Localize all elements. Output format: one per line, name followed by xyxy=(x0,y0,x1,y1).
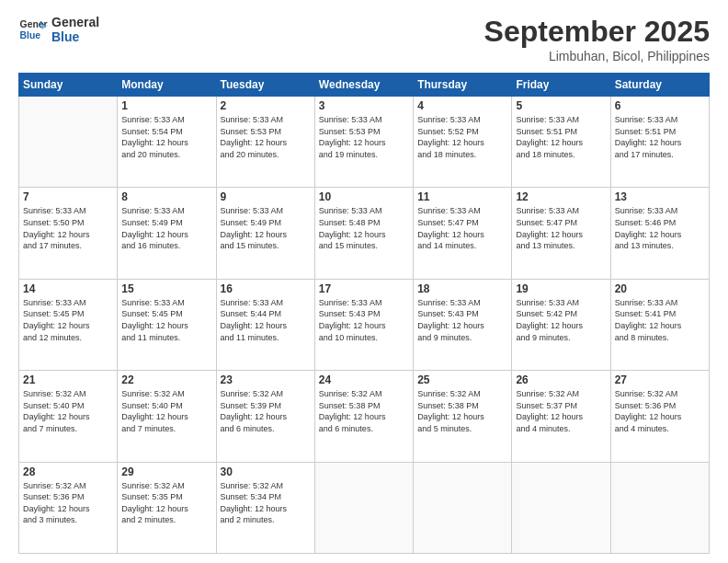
day-info: Sunrise: 5:33 AM Sunset: 5:43 PM Dayligh… xyxy=(319,297,409,343)
day-cell: 8Sunrise: 5:33 AM Sunset: 5:49 PM Daylig… xyxy=(118,188,216,279)
month-title: September 2025 xyxy=(484,15,710,49)
day-info: Sunrise: 5:32 AM Sunset: 5:38 PM Dayligh… xyxy=(417,388,507,434)
day-number: 30 xyxy=(221,465,311,478)
day-number: 27 xyxy=(615,373,705,386)
logo-icon: General Blue xyxy=(18,15,48,44)
day-info: Sunrise: 5:33 AM Sunset: 5:45 PM Dayligh… xyxy=(121,297,211,343)
day-cell: 12Sunrise: 5:33 AM Sunset: 5:47 PM Dayli… xyxy=(512,188,610,279)
day-number: 22 xyxy=(121,373,211,386)
day-cell: 19Sunrise: 5:33 AM Sunset: 5:42 PM Dayli… xyxy=(512,279,610,370)
day-number: 18 xyxy=(417,282,507,295)
day-number: 15 xyxy=(121,282,211,295)
day-cell: 4Sunrise: 5:33 AM Sunset: 5:52 PM Daylig… xyxy=(414,97,512,188)
header: General Blue General Blue September 2025… xyxy=(18,15,710,63)
day-number: 28 xyxy=(23,465,113,478)
logo: General Blue General Blue xyxy=(18,15,99,44)
day-number: 23 xyxy=(221,373,311,386)
day-cell: 11Sunrise: 5:33 AM Sunset: 5:47 PM Dayli… xyxy=(414,188,512,279)
day-number: 21 xyxy=(23,373,113,386)
day-cell xyxy=(610,462,709,553)
day-cell: 18Sunrise: 5:33 AM Sunset: 5:43 PM Dayli… xyxy=(414,279,512,370)
day-info: Sunrise: 5:33 AM Sunset: 5:53 PM Dayligh… xyxy=(221,114,311,160)
title-block: September 2025 Limbuhan, Bicol, Philippi… xyxy=(484,15,710,63)
day-cell xyxy=(512,462,610,553)
day-info: Sunrise: 5:33 AM Sunset: 5:45 PM Dayligh… xyxy=(23,297,113,343)
day-cell: 24Sunrise: 5:32 AM Sunset: 5:38 PM Dayli… xyxy=(314,371,413,462)
day-number: 5 xyxy=(516,99,606,112)
day-cell: 5Sunrise: 5:33 AM Sunset: 5:51 PM Daylig… xyxy=(512,97,610,188)
day-number: 25 xyxy=(417,373,507,386)
day-cell xyxy=(314,462,413,553)
day-number: 16 xyxy=(221,282,311,295)
day-info: Sunrise: 5:33 AM Sunset: 5:47 PM Dayligh… xyxy=(516,205,606,251)
weekday-header-tuesday: Tuesday xyxy=(216,74,314,97)
day-info: Sunrise: 5:33 AM Sunset: 5:51 PM Dayligh… xyxy=(516,114,606,160)
day-number: 14 xyxy=(23,282,113,295)
week-row-0: 1Sunrise: 5:33 AM Sunset: 5:54 PM Daylig… xyxy=(19,97,710,188)
day-cell: 21Sunrise: 5:32 AM Sunset: 5:40 PM Dayli… xyxy=(19,371,118,462)
day-cell: 28Sunrise: 5:32 AM Sunset: 5:36 PM Dayli… xyxy=(19,462,118,553)
day-cell: 20Sunrise: 5:33 AM Sunset: 5:41 PM Dayli… xyxy=(610,279,709,370)
weekday-header-wednesday: Wednesday xyxy=(314,74,413,97)
week-row-3: 21Sunrise: 5:32 AM Sunset: 5:40 PM Dayli… xyxy=(19,371,710,462)
day-info: Sunrise: 5:33 AM Sunset: 5:48 PM Dayligh… xyxy=(319,205,409,251)
day-cell: 7Sunrise: 5:33 AM Sunset: 5:50 PM Daylig… xyxy=(19,188,118,279)
day-info: Sunrise: 5:33 AM Sunset: 5:42 PM Dayligh… xyxy=(516,297,606,343)
weekday-header-row: SundayMondayTuesdayWednesdayThursdayFrid… xyxy=(19,74,710,97)
day-info: Sunrise: 5:32 AM Sunset: 5:34 PM Dayligh… xyxy=(221,480,311,526)
weekday-header-friday: Friday xyxy=(512,74,610,97)
day-info: Sunrise: 5:33 AM Sunset: 5:44 PM Dayligh… xyxy=(221,297,311,343)
day-number: 29 xyxy=(121,465,211,478)
day-number: 13 xyxy=(615,190,705,203)
day-info: Sunrise: 5:32 AM Sunset: 5:38 PM Dayligh… xyxy=(319,388,409,434)
day-info: Sunrise: 5:33 AM Sunset: 5:54 PM Dayligh… xyxy=(121,114,211,160)
day-number: 20 xyxy=(615,282,705,295)
day-cell: 15Sunrise: 5:33 AM Sunset: 5:45 PM Dayli… xyxy=(118,279,216,370)
day-number: 8 xyxy=(121,190,211,203)
day-cell: 1Sunrise: 5:33 AM Sunset: 5:54 PM Daylig… xyxy=(118,97,216,188)
day-cell: 27Sunrise: 5:32 AM Sunset: 5:36 PM Dayli… xyxy=(610,371,709,462)
day-info: Sunrise: 5:32 AM Sunset: 5:40 PM Dayligh… xyxy=(121,388,211,434)
day-info: Sunrise: 5:33 AM Sunset: 5:49 PM Dayligh… xyxy=(221,205,311,251)
day-number: 11 xyxy=(417,190,507,203)
day-info: Sunrise: 5:33 AM Sunset: 5:53 PM Dayligh… xyxy=(319,114,409,160)
day-number: 7 xyxy=(23,190,113,203)
day-cell xyxy=(414,462,512,553)
day-cell: 22Sunrise: 5:32 AM Sunset: 5:40 PM Dayli… xyxy=(118,371,216,462)
day-info: Sunrise: 5:32 AM Sunset: 5:36 PM Dayligh… xyxy=(23,480,113,526)
svg-text:Blue: Blue xyxy=(20,30,41,40)
day-info: Sunrise: 5:32 AM Sunset: 5:39 PM Dayligh… xyxy=(221,388,311,434)
location: Limbuhan, Bicol, Philippines xyxy=(484,49,710,63)
day-cell: 30Sunrise: 5:32 AM Sunset: 5:34 PM Dayli… xyxy=(216,462,314,553)
day-cell: 26Sunrise: 5:32 AM Sunset: 5:37 PM Dayli… xyxy=(512,371,610,462)
day-info: Sunrise: 5:33 AM Sunset: 5:49 PM Dayligh… xyxy=(121,205,211,251)
day-info: Sunrise: 5:32 AM Sunset: 5:40 PM Dayligh… xyxy=(23,388,113,434)
weekday-header-monday: Monday xyxy=(118,74,216,97)
day-info: Sunrise: 5:33 AM Sunset: 5:52 PM Dayligh… xyxy=(417,114,507,160)
day-number: 12 xyxy=(516,190,606,203)
day-cell: 17Sunrise: 5:33 AM Sunset: 5:43 PM Dayli… xyxy=(314,279,413,370)
day-cell xyxy=(19,97,118,188)
day-number: 24 xyxy=(319,373,409,386)
day-info: Sunrise: 5:32 AM Sunset: 5:35 PM Dayligh… xyxy=(121,480,211,526)
day-number: 9 xyxy=(221,190,311,203)
weekday-header-saturday: Saturday xyxy=(610,74,709,97)
day-number: 6 xyxy=(615,99,705,112)
day-info: Sunrise: 5:33 AM Sunset: 5:46 PM Dayligh… xyxy=(615,205,705,251)
week-row-4: 28Sunrise: 5:32 AM Sunset: 5:36 PM Dayli… xyxy=(19,462,710,553)
day-info: Sunrise: 5:33 AM Sunset: 5:47 PM Dayligh… xyxy=(417,205,507,251)
day-number: 26 xyxy=(516,373,606,386)
day-info: Sunrise: 5:33 AM Sunset: 5:41 PM Dayligh… xyxy=(615,297,705,343)
day-info: Sunrise: 5:33 AM Sunset: 5:51 PM Dayligh… xyxy=(615,114,705,160)
day-number: 17 xyxy=(319,282,409,295)
day-number: 2 xyxy=(221,99,311,112)
day-cell: 2Sunrise: 5:33 AM Sunset: 5:53 PM Daylig… xyxy=(216,97,314,188)
calendar: SundayMondayTuesdayWednesdayThursdayFrid… xyxy=(18,73,710,554)
day-info: Sunrise: 5:32 AM Sunset: 5:36 PM Dayligh… xyxy=(615,388,705,434)
day-info: Sunrise: 5:33 AM Sunset: 5:43 PM Dayligh… xyxy=(417,297,507,343)
day-number: 1 xyxy=(121,99,211,112)
day-number: 4 xyxy=(417,99,507,112)
weekday-header-sunday: Sunday xyxy=(19,74,118,97)
day-number: 3 xyxy=(319,99,409,112)
week-row-1: 7Sunrise: 5:33 AM Sunset: 5:50 PM Daylig… xyxy=(19,188,710,279)
